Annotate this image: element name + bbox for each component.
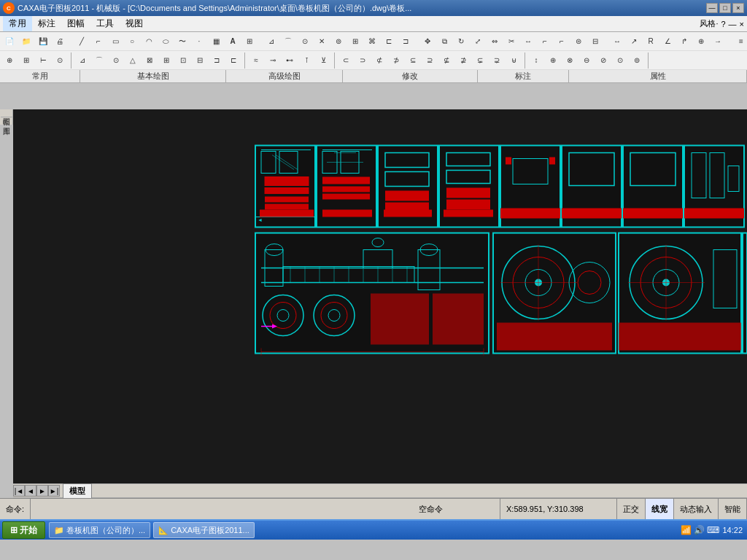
hatch-btn[interactable]: ▦ — [208, 34, 224, 50]
dim-arrow-btn[interactable]: → — [710, 34, 726, 50]
new-btn[interactable]: 📄 — [1, 34, 18, 50]
m2-6[interactable]: ⊇ — [422, 52, 438, 69]
dim-linear-btn[interactable]: ↔ — [609, 34, 625, 50]
snap-btn[interactable]: ⊕ — [1, 52, 18, 69]
grid-btn[interactable]: ⊞ — [18, 52, 34, 69]
adv8[interactable]: ⊏ — [381, 34, 397, 50]
open-btn[interactable]: 📁 — [18, 34, 34, 50]
style-min-btn[interactable]: — — [729, 20, 737, 28]
extend-btn[interactable]: ↔ — [520, 34, 536, 50]
menu-item-annotation[interactable]: 标注 — [32, 16, 61, 31]
t2-1[interactable]: ⊿ — [74, 52, 90, 69]
polar-btn[interactable]: ⊙ — [52, 52, 68, 69]
an2-7[interactable]: ⊚ — [629, 52, 645, 69]
t2-7[interactable]: ⊡ — [175, 52, 191, 69]
line-btn[interactable]: ╱ — [74, 34, 90, 50]
rotate-btn[interactable]: ↻ — [453, 34, 469, 50]
an2-1[interactable]: ↕ — [528, 52, 544, 69]
trim-btn[interactable]: ✂ — [503, 34, 519, 50]
model-tab[interactable]: 模型 — [63, 483, 92, 499]
a2-1[interactable]: ≈ — [248, 52, 264, 69]
t2-9[interactable]: ⊐ — [209, 52, 225, 69]
adv9[interactable]: ⊐ — [398, 34, 414, 50]
t2-2[interactable]: ⌒ — [91, 52, 107, 69]
copy-btn[interactable]: ⧉ — [436, 34, 452, 50]
m2-3[interactable]: ⊄ — [371, 52, 387, 69]
sidebar-drawing-lib[interactable]: 图幅 — [1, 109, 12, 115]
array-btn[interactable]: ⊟ — [587, 34, 603, 50]
nav-prev-btn[interactable]: ◄ — [25, 485, 36, 497]
smart-status[interactable]: 智能 — [719, 499, 747, 519]
polyline-btn[interactable]: ⌐ — [90, 34, 107, 50]
m2-8[interactable]: ⊉ — [455, 52, 471, 69]
an2-2[interactable]: ⊕ — [545, 52, 561, 69]
dim-align-btn[interactable]: ↗ — [626, 34, 642, 50]
a2-4[interactable]: ⊺ — [298, 52, 314, 69]
adv4[interactable]: ✕ — [314, 34, 330, 50]
rect-btn[interactable]: ▭ — [107, 34, 123, 50]
ortho-status[interactable]: 正交 — [617, 499, 646, 519]
print-btn[interactable]: 🖨 — [52, 34, 68, 50]
sidebar-parts-lib[interactable]: 图库 — [1, 119, 12, 125]
a2-5[interactable]: ⊻ — [315, 52, 331, 69]
an2-3[interactable]: ⊗ — [562, 52, 578, 69]
menu-item-tools[interactable]: 工具 — [90, 16, 120, 31]
circle-btn[interactable]: ○ — [124, 34, 140, 50]
adv1[interactable]: ⊿ — [263, 34, 279, 50]
m2-7[interactable]: ⊈ — [438, 52, 454, 69]
start-button[interactable]: ⊞ 开始 — [2, 521, 45, 539]
adv2[interactable]: ⌒ — [280, 34, 296, 50]
arc-btn[interactable]: ◠ — [141, 34, 157, 50]
minimize-button[interactable]: — — [706, 3, 718, 13]
m2-2[interactable]: ⊃ — [355, 52, 371, 69]
point-btn[interactable]: · — [191, 34, 207, 50]
dim-lead-btn[interactable]: ↱ — [676, 34, 692, 50]
adv3[interactable]: ⊙ — [297, 34, 313, 50]
an2-6[interactable]: ⊙ — [612, 52, 628, 69]
offset-btn[interactable]: ⊜ — [570, 34, 587, 50]
save-btn[interactable]: 💾 — [35, 34, 51, 50]
menu-item-common[interactable]: 常用 — [3, 16, 32, 31]
dynamic-input-status[interactable]: 动态输入 — [674, 499, 719, 519]
dim-radius-btn[interactable]: R — [643, 34, 659, 50]
adv6[interactable]: ⊞ — [347, 34, 363, 50]
t2-8[interactable]: ⊟ — [192, 52, 208, 69]
nav-next-btn[interactable]: ► — [36, 485, 48, 497]
t2-4[interactable]: △ — [125, 52, 141, 69]
an2-5[interactable]: ⊘ — [595, 52, 611, 69]
dim-sym-btn[interactable]: ⊕ — [693, 34, 709, 50]
m2-10[interactable]: ⊋ — [489, 52, 505, 69]
ellipse-btn[interactable]: ⬭ — [158, 34, 174, 50]
scale-btn[interactable]: ⤢ — [470, 34, 486, 50]
t2-3[interactable]: ⊙ — [108, 52, 124, 69]
a2-3[interactable]: ⊷ — [282, 52, 298, 69]
a2-2[interactable]: ⊸ — [265, 52, 281, 69]
an2-4[interactable]: ⊖ — [578, 52, 595, 69]
menu-item-drawing[interactable]: 图幅 — [61, 16, 90, 31]
style-help-btn[interactable]: ? — [721, 20, 725, 28]
m2-9[interactable]: ⊊ — [472, 52, 488, 69]
close-button[interactable]: × — [732, 3, 744, 13]
text-btn[interactable]: A — [225, 34, 241, 50]
m2-1[interactable]: ⊂ — [338, 52, 354, 69]
t2-10[interactable]: ⊏ — [225, 52, 241, 69]
restore-button[interactable]: □ — [719, 3, 731, 13]
chamfer-btn[interactable]: ⌐ — [554, 34, 570, 50]
ortho-btn[interactable]: ⊢ — [35, 52, 51, 69]
m2-11[interactable]: ⊌ — [506, 52, 522, 69]
mirror-btn[interactable]: ⇔ — [487, 34, 503, 50]
nav-last-btn[interactable]: ►| — [48, 485, 60, 497]
fillet-btn[interactable]: ⌐ — [537, 34, 553, 50]
taskbar-folder-btn[interactable]: 📁 卷板机图（公司的）... — [49, 522, 150, 538]
drawing-canvas[interactable]: ◄ — [13, 109, 747, 499]
layer-btn[interactable]: ≡ — [735, 34, 747, 50]
menu-item-view[interactable]: 视图 — [120, 16, 149, 31]
linewidth-status[interactable]: 线宽 — [646, 499, 674, 519]
adv7[interactable]: ⌘ — [364, 34, 380, 50]
dim-angle-btn[interactable]: ∠ — [659, 34, 676, 50]
t2-6[interactable]: ⊞ — [158, 52, 174, 69]
adv5[interactable]: ⊚ — [330, 34, 347, 50]
taskbar-caxa-btn[interactable]: 📐 CAXA电子图板2011... — [153, 522, 255, 538]
m2-5[interactable]: ⊆ — [405, 52, 421, 69]
m2-4[interactable]: ⊅ — [388, 52, 404, 69]
